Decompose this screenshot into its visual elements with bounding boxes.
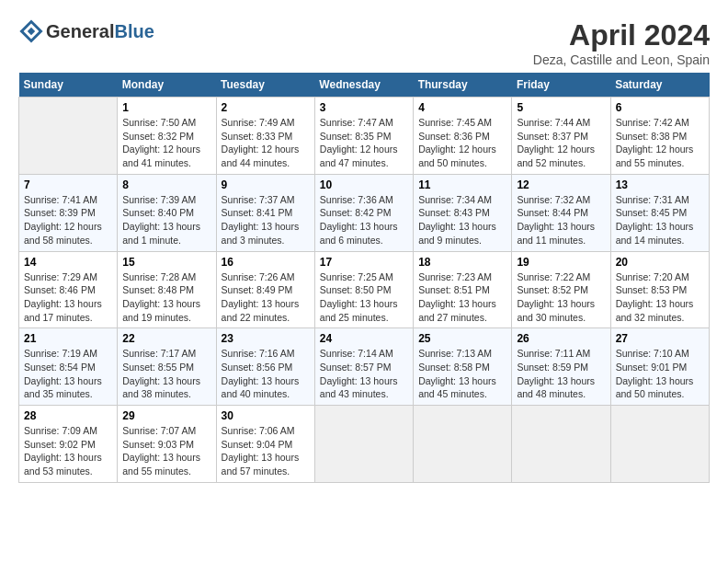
calendar-cell: 4Sunrise: 7:45 AMSunset: 8:36 PMDaylight…	[414, 98, 512, 175]
calendar-header-row: SundayMondayTuesdayWednesdayThursdayFrid…	[19, 73, 710, 98]
day-info: Sunrise: 7:16 AMSunset: 8:56 PMDaylight:…	[222, 347, 310, 401]
day-number: 10	[320, 178, 408, 191]
calendar-cell	[19, 98, 118, 175]
page-header: GeneralBlue April 2024 Deza, Castille an…	[18, 18, 710, 67]
column-header-sunday: Sunday	[19, 73, 118, 98]
day-info: Sunrise: 7:39 AMSunset: 8:40 PMDaylight:…	[122, 193, 210, 247]
column-header-tuesday: Tuesday	[216, 73, 314, 98]
day-number: 13	[616, 178, 704, 191]
column-header-monday: Monday	[118, 73, 216, 98]
day-info: Sunrise: 7:25 AMSunset: 8:50 PMDaylight:…	[320, 270, 408, 325]
title-block: April 2024 Deza, Castille and Leon, Spai…	[533, 18, 710, 67]
calendar-week-1: 1Sunrise: 7:50 AMSunset: 8:32 PMDaylight…	[19, 98, 710, 175]
day-number: 6	[616, 101, 704, 114]
logo-blue: Blue	[114, 21, 154, 41]
day-number: 1	[122, 101, 210, 114]
day-number: 19	[517, 256, 605, 269]
day-number: 12	[517, 178, 605, 191]
day-info: Sunrise: 7:44 AMSunset: 8:37 PMDaylight:…	[517, 116, 605, 170]
calendar-week-5: 28Sunrise: 7:09 AMSunset: 9:02 PMDayligh…	[19, 406, 710, 483]
logo-text: GeneralBlue	[46, 21, 154, 42]
day-number: 22	[122, 332, 210, 345]
day-number: 14	[24, 256, 112, 269]
calendar-cell: 13Sunrise: 7:31 AMSunset: 8:45 PMDayligh…	[610, 174, 709, 251]
day-number: 3	[320, 101, 408, 114]
day-info: Sunrise: 7:37 AMSunset: 8:41 PMDaylight:…	[222, 193, 310, 247]
day-info: Sunrise: 7:26 AMSunset: 8:49 PMDaylight:…	[222, 270, 310, 325]
day-info: Sunrise: 7:06 AMSunset: 9:04 PMDaylight:…	[222, 424, 310, 478]
calendar-cell: 17Sunrise: 7:25 AMSunset: 8:50 PMDayligh…	[314, 251, 413, 328]
day-info: Sunrise: 7:49 AMSunset: 8:33 PMDaylight:…	[222, 116, 310, 170]
calendar-cell: 6Sunrise: 7:42 AMSunset: 8:38 PMDaylight…	[610, 98, 709, 175]
day-info: Sunrise: 7:42 AMSunset: 8:38 PMDaylight:…	[616, 116, 704, 170]
day-number: 27	[616, 332, 704, 345]
day-number: 24	[320, 332, 408, 345]
day-number: 20	[616, 256, 704, 269]
day-info: Sunrise: 7:22 AMSunset: 8:52 PMDaylight:…	[517, 270, 605, 325]
day-number: 5	[517, 101, 605, 114]
day-number: 17	[320, 256, 408, 269]
calendar-cell: 10Sunrise: 7:36 AMSunset: 8:42 PMDayligh…	[314, 174, 413, 251]
day-number: 29	[122, 409, 210, 422]
day-info: Sunrise: 7:50 AMSunset: 8:32 PMDaylight:…	[122, 116, 210, 170]
logo: GeneralBlue	[18, 18, 154, 44]
column-header-wednesday: Wednesday	[314, 73, 413, 98]
calendar-week-3: 14Sunrise: 7:29 AMSunset: 8:46 PMDayligh…	[19, 251, 710, 328]
calendar-week-4: 21Sunrise: 7:19 AMSunset: 8:54 PMDayligh…	[19, 328, 710, 406]
day-number: 8	[122, 178, 210, 191]
calendar-cell: 2Sunrise: 7:49 AMSunset: 8:33 PMDaylight…	[216, 98, 314, 175]
calendar-cell: 1Sunrise: 7:50 AMSunset: 8:32 PMDaylight…	[118, 98, 216, 175]
column-header-saturday: Saturday	[610, 73, 709, 98]
day-number: 25	[418, 332, 506, 345]
calendar-cell: 16Sunrise: 7:26 AMSunset: 8:49 PMDayligh…	[216, 251, 314, 328]
calendar-cell: 25Sunrise: 7:13 AMSunset: 8:58 PMDayligh…	[414, 328, 512, 406]
day-number: 26	[517, 332, 605, 345]
calendar-cell: 21Sunrise: 7:19 AMSunset: 8:54 PMDayligh…	[19, 328, 118, 406]
day-info: Sunrise: 7:17 AMSunset: 8:55 PMDaylight:…	[122, 347, 210, 401]
day-number: 15	[122, 256, 210, 269]
day-info: Sunrise: 7:34 AMSunset: 8:43 PMDaylight:…	[418, 193, 506, 247]
day-number: 23	[222, 332, 310, 345]
generalblue-logo-icon	[18, 18, 44, 44]
calendar-table: SundayMondayTuesdayWednesdayThursdayFrid…	[18, 73, 710, 483]
day-info: Sunrise: 7:20 AMSunset: 8:53 PMDaylight:…	[616, 270, 704, 325]
calendar-cell: 15Sunrise: 7:28 AMSunset: 8:48 PMDayligh…	[118, 251, 216, 328]
logo-general: General	[46, 21, 114, 41]
day-number: 16	[222, 256, 310, 269]
day-number: 21	[24, 332, 112, 345]
day-info: Sunrise: 7:19 AMSunset: 8:54 PMDaylight:…	[24, 347, 112, 401]
calendar-cell: 14Sunrise: 7:29 AMSunset: 8:46 PMDayligh…	[19, 251, 118, 328]
calendar-cell: 23Sunrise: 7:16 AMSunset: 8:56 PMDayligh…	[216, 328, 314, 406]
column-header-friday: Friday	[512, 73, 610, 98]
calendar-cell: 30Sunrise: 7:06 AMSunset: 9:04 PMDayligh…	[216, 406, 314, 483]
day-info: Sunrise: 7:14 AMSunset: 8:57 PMDaylight:…	[320, 347, 408, 401]
day-info: Sunrise: 7:23 AMSunset: 8:51 PMDaylight:…	[418, 270, 506, 325]
calendar-cell: 12Sunrise: 7:32 AMSunset: 8:44 PMDayligh…	[512, 174, 610, 251]
day-info: Sunrise: 7:45 AMSunset: 8:36 PMDaylight:…	[418, 116, 506, 170]
calendar-cell: 29Sunrise: 7:07 AMSunset: 9:03 PMDayligh…	[118, 406, 216, 483]
column-header-thursday: Thursday	[414, 73, 512, 98]
day-number: 28	[24, 409, 112, 422]
location-title: Deza, Castille and Leon, Spain	[533, 52, 710, 67]
calendar-cell: 18Sunrise: 7:23 AMSunset: 8:51 PMDayligh…	[414, 251, 512, 328]
calendar-cell: 19Sunrise: 7:22 AMSunset: 8:52 PMDayligh…	[512, 251, 610, 328]
calendar-cell: 9Sunrise: 7:37 AMSunset: 8:41 PMDaylight…	[216, 174, 314, 251]
day-info: Sunrise: 7:11 AMSunset: 8:59 PMDaylight:…	[517, 347, 605, 401]
calendar-cell: 8Sunrise: 7:39 AMSunset: 8:40 PMDaylight…	[118, 174, 216, 251]
calendar-cell	[414, 406, 512, 483]
calendar-cell: 28Sunrise: 7:09 AMSunset: 9:02 PMDayligh…	[19, 406, 118, 483]
day-info: Sunrise: 7:10 AMSunset: 9:01 PMDaylight:…	[616, 347, 704, 401]
calendar-cell: 26Sunrise: 7:11 AMSunset: 8:59 PMDayligh…	[512, 328, 610, 406]
day-info: Sunrise: 7:31 AMSunset: 8:45 PMDaylight:…	[616, 193, 704, 247]
calendar-week-2: 7Sunrise: 7:41 AMSunset: 8:39 PMDaylight…	[19, 174, 710, 251]
day-info: Sunrise: 7:41 AMSunset: 8:39 PMDaylight:…	[24, 193, 112, 247]
calendar-cell: 22Sunrise: 7:17 AMSunset: 8:55 PMDayligh…	[118, 328, 216, 406]
calendar-cell: 5Sunrise: 7:44 AMSunset: 8:37 PMDaylight…	[512, 98, 610, 175]
calendar-cell: 3Sunrise: 7:47 AMSunset: 8:35 PMDaylight…	[314, 98, 413, 175]
day-info: Sunrise: 7:32 AMSunset: 8:44 PMDaylight:…	[517, 193, 605, 247]
calendar-cell	[610, 406, 709, 483]
day-number: 4	[418, 101, 506, 114]
calendar-cell	[512, 406, 610, 483]
calendar-cell: 27Sunrise: 7:10 AMSunset: 9:01 PMDayligh…	[610, 328, 709, 406]
day-info: Sunrise: 7:07 AMSunset: 9:03 PMDaylight:…	[122, 424, 210, 478]
